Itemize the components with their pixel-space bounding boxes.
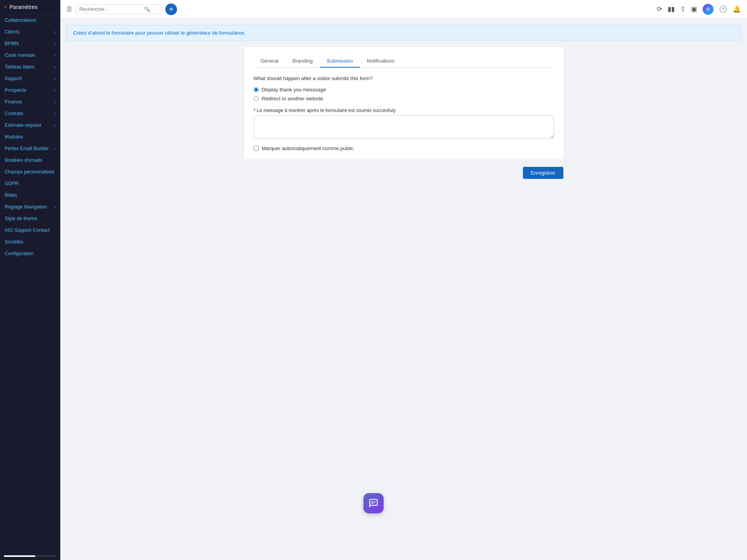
form-question: What should happen after a visitor submi…: [254, 75, 554, 81]
field-label: * Le message à montrer après le formulai…: [254, 108, 554, 113]
tabs: General Branding Submission Notification…: [254, 55, 554, 68]
sidebar-item-support[interactable]: Support ‹: [0, 73, 60, 84]
svg-rect-3: [371, 503, 375, 504]
chevron-icon: ‹: [54, 123, 56, 128]
radio-group: Display thank you messsage Redirect to a…: [254, 87, 554, 102]
clock-icon[interactable]: 🕐: [719, 5, 727, 13]
sidebar-item-gdpr[interactable]: GDPR: [0, 178, 60, 189]
chevron-icon: ‹: [54, 112, 56, 116]
svg-point-1: [707, 9, 709, 10]
search-icon[interactable]: 🔍: [144, 6, 150, 12]
display-icon[interactable]: ▣: [691, 5, 697, 13]
chevron-icon: ‹: [54, 147, 56, 151]
sidebar-item-reglage-navigation[interactable]: Réglage Navigation ‹: [0, 201, 60, 213]
sidebar-item-finance[interactable]: Finance ‹: [0, 96, 60, 108]
save-bar: Enregistrer: [244, 163, 563, 183]
radio-redirect-input[interactable]: [254, 96, 259, 101]
floating-chat-button[interactable]: [363, 493, 384, 513]
close-icon[interactable]: ×: [4, 4, 7, 10]
avatar[interactable]: [703, 4, 714, 15]
save-button[interactable]: Enregistrer: [523, 167, 563, 179]
sidebar-item-carte-mentale[interactable]: Carte mentale ‹: [0, 49, 60, 61]
sidebar-item-collaborateurs[interactable]: Collaborateurs: [0, 14, 60, 26]
tab-general[interactable]: General: [254, 55, 286, 68]
sidebar: × Paramètres Collaborateurs Clients ‹ BP…: [0, 0, 60, 560]
sidebar-item-roles[interactable]: Rôles: [0, 189, 60, 201]
sidebar-item-configuration[interactable]: Configuration: [0, 248, 60, 259]
radio-option-redirect[interactable]: Redirect to another website: [254, 96, 554, 102]
topbar-icons: ⟳ ▮▮ ⇪ ▣ 🕐 🔔: [657, 4, 741, 15]
sidebar-item-champs-personnalises[interactable]: Champs personnalisés: [0, 166, 60, 178]
sidebar-item-aio-support-contact[interactable]: AIO Support Contact: [0, 224, 60, 236]
form-card: General Branding Submission Notification…: [244, 47, 563, 159]
chevron-icon: ‹: [54, 53, 56, 58]
tab-submission[interactable]: Submission: [320, 55, 360, 68]
chevron-icon: ‹: [54, 100, 56, 104]
chevron-icon: ‹: [54, 42, 56, 46]
sidebar-item-societes[interactable]: Sociétés: [0, 236, 60, 248]
history-icon[interactable]: ⟳: [657, 5, 662, 13]
sidebar-header: × Paramètres: [0, 0, 60, 14]
topbar: ☰ 🔍 + ⟳ ▮▮ ⇪ ▣ 🕐 🔔: [60, 0, 747, 19]
sidebar-item-estimate-request[interactable]: Estimate request ‹: [0, 119, 60, 131]
sidebar-item-modules[interactable]: Modules: [0, 131, 60, 143]
sidebar-scrollbar: [0, 552, 60, 560]
sidebar-item-style-de-theme[interactable]: Style de theme: [0, 213, 60, 224]
tab-notifications[interactable]: Notifications: [360, 55, 402, 68]
menu-icon[interactable]: ☰: [67, 5, 72, 13]
sidebar-item-bpmn[interactable]: BPMN ‹: [0, 38, 60, 49]
search-input[interactable]: [79, 7, 142, 12]
content-area: Créez d'abord le formulaire pour pouvoir…: [60, 19, 747, 560]
sidebar-item-prospects[interactable]: Prospects ‹: [0, 84, 60, 96]
sidebar-item-clients[interactable]: Clients ‹: [0, 26, 60, 38]
chat-icon: [368, 498, 379, 508]
sidebar-item-tableau-blanc[interactable]: Tableau blanc ‹: [0, 61, 60, 73]
video-icon[interactable]: ▮▮: [668, 5, 675, 13]
chevron-icon: ‹: [54, 65, 56, 69]
chevron-icon: ‹: [54, 77, 56, 81]
message-textarea[interactable]: [254, 116, 554, 139]
tab-branding[interactable]: Branding: [286, 55, 320, 68]
main-area: ☰ 🔍 + ⟳ ▮▮ ⇪ ▣ 🕐 🔔: [60, 0, 747, 560]
chevron-icon: ‹: [54, 30, 56, 34]
sidebar-item-perfex-email-builder[interactable]: Perfex Email Builder ‹: [0, 143, 60, 154]
chevron-icon: ‹: [54, 88, 56, 93]
sidebar-title: Paramètres: [9, 4, 37, 10]
svg-rect-2: [371, 502, 376, 502]
bell-icon[interactable]: 🔔: [733, 5, 741, 13]
checkbox-public[interactable]: Marquer automatiquement comme public: [254, 145, 554, 151]
share-icon[interactable]: ⇪: [680, 5, 686, 13]
search-box: 🔍: [76, 4, 161, 14]
sidebar-item-contrats[interactable]: Contrats ‹: [0, 108, 60, 119]
sidebar-item-modeles-emails[interactable]: Modèles d'emails: [0, 154, 60, 166]
checkbox-public-input[interactable]: [254, 146, 259, 151]
add-button[interactable]: +: [165, 4, 177, 15]
alert-banner: Créez d'abord le formulaire pour pouvoir…: [67, 25, 741, 41]
radio-option-display[interactable]: Display thank you messsage: [254, 87, 554, 93]
chevron-icon: ‹: [54, 205, 56, 209]
radio-display-input[interactable]: [254, 87, 259, 92]
